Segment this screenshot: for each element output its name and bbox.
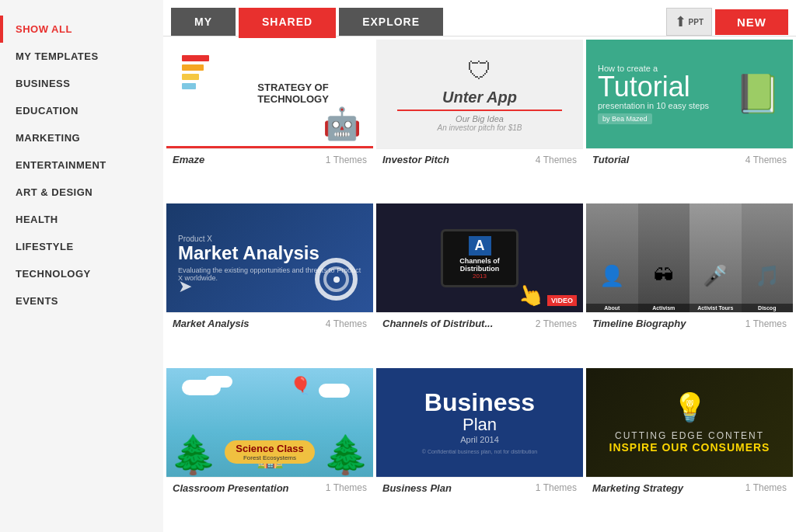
new-button[interactable]: NEW bbox=[715, 9, 788, 35]
timeline-label-4: Discog bbox=[742, 304, 794, 312]
card-emaze-thumb: STRATEGY OF TECHNOLOGY 🤖 bbox=[166, 40, 373, 148]
tutorial-author: by Bea Mazed bbox=[598, 113, 652, 124]
market-arrow-icon: ➤ bbox=[178, 276, 192, 297]
card-classroom-count: 1 Themes bbox=[326, 482, 367, 493]
video-badge: VIDEO bbox=[547, 295, 577, 306]
card-emaze[interactable]: STRATEGY OF TECHNOLOGY 🤖 Emaze 1 Themes bbox=[166, 40, 373, 200]
market-target-icon bbox=[315, 258, 358, 301]
card-timeline-thumb: 👤 About 🕶 Activism 🎤 Activist Tours bbox=[586, 203, 793, 312]
tabs-row: MY SHARED EXPLORE ⬆ PPT NEW bbox=[163, 0, 796, 37]
card-timeline-count: 1 Themes bbox=[745, 318, 787, 329]
card-tutorial-thumb: How to create a Tutorial presentation in… bbox=[586, 40, 793, 148]
tree-right-icon: 🌲 bbox=[323, 433, 369, 477]
card-market-count: 4 Themes bbox=[326, 318, 367, 329]
card-channels-count: 2 Themes bbox=[536, 318, 577, 329]
card-investor-info: Investor Pitch 4 Themes bbox=[376, 148, 583, 170]
investor-shield-icon: 🛡 bbox=[467, 57, 492, 85]
card-classroom-info: Classroom Presentation 1 Themes bbox=[166, 477, 373, 499]
ppt-button[interactable]: ⬆ PPT bbox=[666, 8, 712, 36]
investor-pitch-desc: An investor pitch for $1B bbox=[438, 123, 522, 132]
timeline-person-1: 👤 About bbox=[586, 203, 638, 312]
sidebar-item-events[interactable]: EVENTS bbox=[0, 287, 163, 315]
tutorial-left-content: How to create a Tutorial presentation in… bbox=[598, 64, 709, 124]
sidebar: SHOW ALL MY TEMPLATES BUSINESS EDUCATION… bbox=[0, 0, 163, 532]
sidebar-item-education[interactable]: EDUCATION bbox=[0, 97, 163, 124]
emaze-strategy-text: STRATEGY OF TECHNOLOGY bbox=[257, 82, 329, 105]
business-title: Business bbox=[424, 390, 535, 415]
emaze-robot-icon: 🤖 bbox=[323, 106, 361, 142]
card-classroom[interactable]: 🎈 🌲 🌲 🏫 Science Class Forest Ecosystems … bbox=[166, 368, 373, 529]
card-tutorial-count: 4 Themes bbox=[745, 155, 787, 165]
cloud-2 bbox=[205, 376, 232, 388]
sidebar-item-marketing[interactable]: MARKETING bbox=[0, 124, 163, 151]
card-timeline[interactable]: 👤 About 🕶 Activism 🎤 Activist Tours bbox=[586, 203, 793, 364]
tab-shared[interactable]: SHARED bbox=[239, 8, 336, 36]
card-business-thumb: Business Plan April 2014 © Confidential … bbox=[376, 368, 583, 477]
channels-year: 2013 bbox=[473, 273, 487, 280]
market-analysis-title: Market Analysis bbox=[178, 243, 319, 263]
timeline-label-3: Activist Tours bbox=[690, 304, 742, 312]
card-tutorial-info: Tutorial 4 Themes bbox=[586, 148, 793, 170]
card-emaze-count: 1 Themes bbox=[326, 155, 367, 165]
card-business-title: Business Plan bbox=[382, 482, 452, 494]
card-emaze-title: Emaze bbox=[173, 154, 204, 165]
card-investor-pitch[interactable]: 🛡 Unter App Our Big Idea An investor pit… bbox=[376, 40, 583, 200]
channels-tablet: A Channels of Distribution 2013 bbox=[441, 229, 518, 287]
card-emaze-info: Emaze 1 Themes bbox=[166, 148, 373, 170]
classroom-title: Science Class bbox=[236, 443, 303, 454]
card-tutorial[interactable]: How to create a Tutorial presentation in… bbox=[586, 40, 793, 200]
card-channels[interactable]: A Channels of Distribution 2013 👆 VIDEO … bbox=[376, 203, 583, 364]
card-timeline-info: Timeline Biography 1 Themes bbox=[586, 312, 793, 334]
card-classroom-title: Classroom Presentation bbox=[173, 482, 289, 494]
ppt-label: PPT bbox=[689, 18, 703, 26]
timeline-label-2: Activism bbox=[638, 304, 690, 312]
timeline-persons: 👤 About 🕶 Activism 🎤 Activist Tours bbox=[586, 203, 793, 312]
investor-subtitle: Our Big Idea bbox=[456, 114, 504, 123]
card-channels-thumb: A Channels of Distribution 2013 👆 VIDEO bbox=[376, 203, 583, 312]
card-marketing-strategy[interactable]: 💡 CUTTING EDGE CONTENT INSPIRE OUR CONSU… bbox=[586, 368, 793, 529]
card-marketing-title: Marketing Strategy bbox=[592, 482, 683, 494]
card-market-analysis[interactable]: Product X Market Analysis Evaluating the… bbox=[166, 203, 373, 364]
tab-explore[interactable]: EXPLORE bbox=[339, 8, 443, 36]
sidebar-item-lifestyle[interactable]: LIFESTYLE bbox=[0, 233, 163, 260]
sidebar-item-my-templates[interactable]: MY TEMPLATES bbox=[0, 43, 163, 70]
card-classroom-thumb: 🎈 🌲 🌲 🏫 Science Class Forest Ecosystems bbox=[166, 368, 373, 477]
business-date: April 2014 bbox=[460, 435, 499, 444]
business-plan-label: Plan bbox=[463, 415, 497, 435]
card-investor-count: 4 Themes bbox=[536, 155, 577, 165]
card-channels-info: Channels of Distribut... 2 Themes bbox=[376, 312, 583, 334]
channels-a-label: A bbox=[469, 236, 491, 256]
bulb-icon: 💡 bbox=[672, 391, 707, 424]
card-business-count: 1 Themes bbox=[536, 482, 577, 493]
tab-my[interactable]: MY bbox=[171, 8, 236, 36]
channels-title: Channels of Distribution bbox=[443, 257, 516, 273]
timeline-person-3: 🎤 Activist Tours bbox=[690, 203, 742, 312]
business-disclaimer: © Confidential business plan, not for di… bbox=[422, 449, 537, 454]
card-timeline-title: Timeline Biography bbox=[592, 318, 686, 329]
card-investor-title: Investor Pitch bbox=[382, 154, 449, 165]
sidebar-item-business[interactable]: BUSINESS bbox=[0, 70, 163, 97]
timeline-person-4: 🎵 Discog bbox=[742, 203, 794, 312]
card-business-info: Business Plan 1 Themes bbox=[376, 477, 583, 499]
card-tutorial-title: Tutorial bbox=[592, 154, 629, 165]
sidebar-item-entertainment[interactable]: ENTERTAINMENT bbox=[0, 151, 163, 179]
sidebar-item-art-design[interactable]: ART & DESIGN bbox=[0, 179, 163, 206]
tutorial-how-to: How to create a bbox=[598, 64, 709, 73]
sidebar-item-technology[interactable]: TECHNOLOGY bbox=[0, 260, 163, 287]
channels-hand-icon: 👆 bbox=[513, 279, 547, 312]
main-content: MY SHARED EXPLORE ⬆ PPT NEW STRATEGY OF … bbox=[163, 0, 796, 532]
tutorial-book-icon: 📗 bbox=[735, 72, 781, 116]
card-business-plan[interactable]: Business Plan April 2014 © Confidential … bbox=[376, 368, 583, 529]
ppt-icon: ⬆ bbox=[675, 13, 686, 30]
emaze-stripes bbox=[182, 55, 209, 92]
card-channels-title: Channels of Distribut... bbox=[382, 318, 493, 329]
card-marketing-thumb: 💡 CUTTING EDGE CONTENT INSPIRE OUR CONSU… bbox=[586, 368, 793, 477]
sidebar-item-show-all[interactable]: SHOW ALL bbox=[0, 16, 163, 43]
investor-app-name: Unter App bbox=[442, 89, 517, 106]
card-market-info: Market Analysis 4 Themes bbox=[166, 312, 373, 334]
card-investor-thumb: 🛡 Unter App Our Big Idea An investor pit… bbox=[376, 40, 583, 148]
classroom-banner: Science Class Forest Ecosystems bbox=[225, 440, 314, 464]
card-market-title: Market Analysis bbox=[173, 318, 250, 329]
cloud-3 bbox=[319, 384, 350, 398]
sidebar-item-health[interactable]: HEALTH bbox=[0, 206, 163, 233]
